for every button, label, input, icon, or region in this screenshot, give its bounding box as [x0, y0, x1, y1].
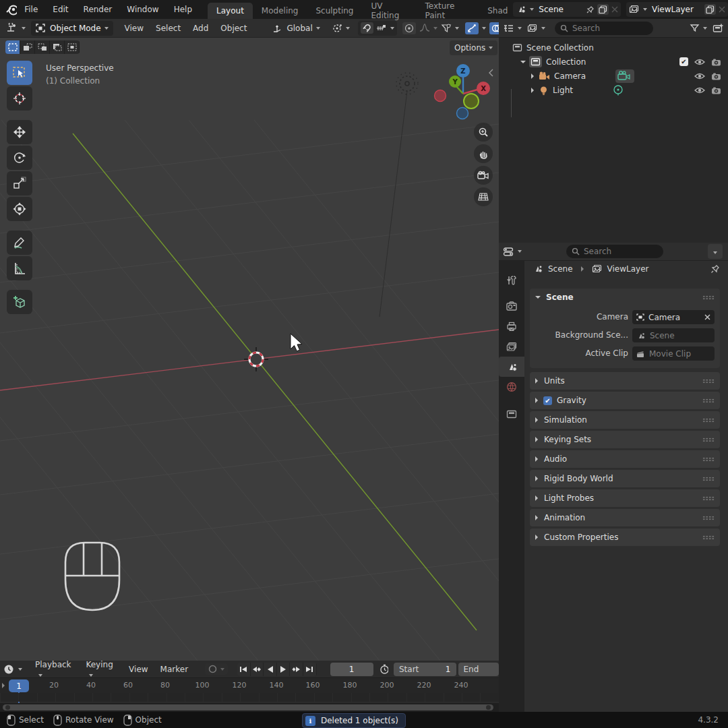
pin-icon[interactable]	[710, 264, 720, 274]
auto-keying-toggle[interactable]	[205, 663, 228, 675]
scene-selector[interactable]: Scene	[513, 2, 621, 17]
panel-custom-properties[interactable]: Custom Properties	[530, 528, 720, 546]
collection-checkbox[interactable]: ✔	[679, 57, 688, 66]
tab-collection[interactable]	[499, 404, 524, 424]
options-button[interactable]: Options	[450, 40, 497, 55]
viewlayer-name[interactable]: ViewLayer	[652, 5, 694, 14]
select-mode-intersect[interactable]	[65, 40, 80, 54]
hide-eye-icon[interactable]	[694, 72, 705, 80]
select-mode-set[interactable]	[5, 40, 20, 54]
scrollbar-handle-right[interactable]	[486, 705, 491, 710]
tool-scale[interactable]	[7, 171, 32, 195]
tool-select-box[interactable]	[7, 61, 32, 85]
drag-handle[interactable]	[702, 398, 715, 403]
stopwatch-icon[interactable]	[380, 664, 388, 674]
breadcrumb-scene[interactable]: Scene	[548, 264, 573, 274]
workspace-tab-modeling[interactable]: Modeling	[253, 3, 307, 19]
timeline-ruler[interactable]: 20 40 60 80 100 120 140 160 180 200 220 …	[0, 678, 499, 693]
viewlayer-selector[interactable]: ViewLayer	[626, 2, 728, 17]
visibility-dropdown[interactable]	[438, 21, 462, 36]
viewport-canvas[interactable]: Z Y X	[0, 19, 499, 661]
select-mode-invert[interactable]	[50, 40, 65, 54]
menu-file[interactable]: File	[17, 0, 45, 19]
status-message[interactable]: i Deleted 1 object(s)	[302, 713, 406, 728]
menu-render[interactable]: Render	[76, 0, 120, 19]
outliner-editor-type-button[interactable]	[503, 24, 522, 33]
timeline-track[interactable]	[0, 693, 499, 702]
snap-toggle[interactable]	[361, 22, 373, 34]
properties-options-button[interactable]	[708, 244, 723, 259]
drag-handle[interactable]	[702, 379, 715, 384]
menu-keying[interactable]: Keying	[80, 660, 123, 679]
menu-help[interactable]: Help	[166, 0, 200, 19]
outliner-display-mode-button[interactable]	[527, 24, 545, 33]
hide-eye-icon[interactable]	[694, 58, 705, 66]
pan-button[interactable]	[474, 144, 493, 163]
drag-handle[interactable]	[702, 437, 715, 442]
tab-scene[interactable]	[499, 357, 524, 377]
panel-audio[interactable]: Audio	[530, 450, 720, 468]
tool-add-cube[interactable]	[7, 290, 32, 314]
timeline-expand-arrow[interactable]	[2, 683, 5, 688]
tab-output[interactable]	[499, 316, 524, 336]
timeline-scrollbar[interactable]	[0, 703, 499, 712]
scene-panel-header[interactable]: Scene	[530, 289, 720, 306]
properties-search[interactable]: Search	[566, 245, 663, 258]
light-expand-chevron[interactable]	[531, 88, 534, 93]
menu-add[interactable]: Add	[187, 24, 214, 33]
menu-marker[interactable]: Marker	[154, 665, 194, 674]
menu-playback[interactable]: Playback	[29, 660, 80, 679]
outliner-search[interactable]: Search	[555, 22, 653, 35]
menu-select[interactable]: Select	[150, 24, 187, 33]
snap-chevron[interactable]	[390, 27, 394, 30]
jump-to-start-button[interactable]	[237, 663, 251, 676]
workspace-tab-shading[interactable]: Shad	[479, 3, 509, 19]
unlink-scene-icon[interactable]	[611, 6, 618, 13]
drag-handle[interactable]	[702, 516, 715, 520]
outliner-row-scene-collection[interactable]: Scene Collection	[499, 40, 728, 55]
panel-gravity[interactable]: ✔Gravity	[530, 392, 720, 409]
gravity-checkbox[interactable]: ✔	[543, 396, 552, 405]
menu-window[interactable]: Window	[119, 0, 166, 19]
proportional-edit-toggle[interactable]	[402, 22, 416, 34]
panel-rigid-body-world[interactable]: Rigid Body World	[530, 470, 720, 487]
panel-units[interactable]: Units	[530, 372, 720, 390]
tab-world[interactable]	[499, 377, 524, 397]
new-viewlayer-icon[interactable]	[704, 4, 716, 15]
panel-light-probes[interactable]: Light Probes	[530, 489, 720, 507]
drag-handle[interactable]	[702, 457, 715, 462]
transform-orientation[interactable]: Global	[268, 21, 324, 36]
camera-data-icon[interactable]	[615, 69, 634, 83]
jump-to-end-button[interactable]	[303, 663, 317, 676]
outliner-row-light[interactable]: Light	[499, 83, 728, 97]
camera-expand-chevron[interactable]	[531, 73, 534, 79]
orthographic-toggle-button[interactable]	[474, 187, 493, 206]
play-button[interactable]	[277, 663, 291, 676]
scene-name[interactable]: Scene	[539, 5, 564, 14]
show-gizmo-toggle[interactable]	[465, 22, 479, 34]
workspace-tab-sculpting[interactable]: Sculpting	[307, 3, 362, 19]
gizmo-chevron[interactable]	[482, 27, 486, 30]
remove-viewlayer-icon[interactable]	[719, 6, 725, 13]
properties-editor-type-button[interactable]	[503, 247, 522, 257]
panel-keying-sets[interactable]: Keying Sets	[530, 431, 720, 448]
playhead-badge[interactable]: 1	[9, 679, 29, 692]
camera-field[interactable]: Camera	[632, 310, 715, 324]
new-collection-button[interactable]	[712, 23, 724, 33]
panel-animation[interactable]: Animation	[530, 509, 720, 526]
tab-render[interactable]	[499, 296, 524, 316]
next-keyframe-button[interactable]	[290, 663, 303, 676]
drag-handle[interactable]	[702, 295, 715, 300]
menu-view[interactable]: View	[123, 665, 154, 674]
tool-transform[interactable]	[7, 197, 32, 221]
tab-view-layer[interactable]	[499, 336, 524, 357]
breadcrumb-viewlayer[interactable]: ViewLayer	[607, 264, 649, 274]
render-camera-icon[interactable]	[711, 86, 721, 94]
light-data-icon[interactable]	[612, 84, 624, 96]
panel-simulation[interactable]: Simulation	[530, 411, 720, 429]
falloff-icon[interactable]	[419, 24, 430, 32]
render-camera-icon[interactable]	[711, 58, 721, 66]
tool-move[interactable]	[7, 120, 32, 144]
drag-handle[interactable]	[702, 418, 715, 423]
timeline-editor-type-button[interactable]	[3, 664, 22, 675]
